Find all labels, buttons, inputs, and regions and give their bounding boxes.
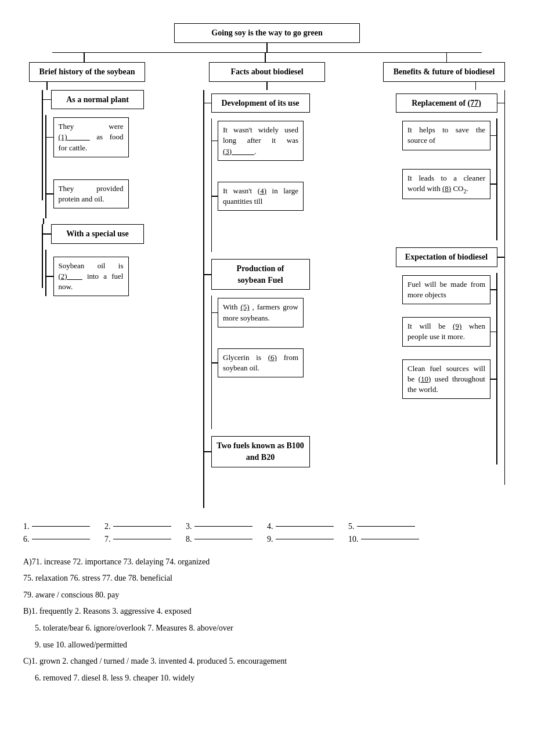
wordbank-section: A)71. increase 72. importance 73. delayi… [17, 555, 517, 686]
mid-sub2-header: Production ofsoybean Fuel [211, 259, 310, 290]
answer-blank-3 [194, 526, 252, 527]
wordbank-row-b1: 5. tolerate/bear 6. ignore/overlook 7. M… [35, 621, 517, 636]
wordbank-row-b2: 9. use 10. allowed/permitted [35, 638, 517, 653]
answer-blank-9 [276, 539, 334, 539]
wordbank-c-row2: 6. removed 7. diesel 8. less 9. cheaper … [35, 674, 194, 682]
mid-header: Facts about biodiesel [209, 62, 325, 82]
wordbank-row-a0: A)71. increase 72. importance 73. delayi… [23, 555, 517, 570]
left-sub1-header: As a normal plant [51, 90, 144, 110]
wordbank-label-c: C) [23, 657, 31, 665]
right-header: Benefits & future of biodiesel [383, 62, 505, 82]
right-column: Benefits & future of biodiesel Replaceme… [366, 62, 505, 485]
diagram: Going soy is the way to go green Brief h… [17, 23, 517, 508]
answer-num-6: 6. [23, 535, 30, 544]
left-sub1-leaf1: They were (1)______ as food for cattle. [53, 117, 129, 157]
answer-num-2: 2. [104, 522, 111, 531]
wordbank-row-c0: C)1. grown 2. changed / turned / made 3.… [23, 654, 517, 669]
right-sub1-header: Replacement of (77) [396, 93, 497, 113]
answer-blank-4 [276, 526, 334, 527]
answer-item-2: 2. [104, 522, 180, 531]
wordbank-b-row3: 9. use 10. allowed/permitted [35, 640, 127, 649]
wordbank-row-c1: 6. removed 7. diesel 8. less 9. cheaper … [35, 671, 517, 686]
answer-num-5: 5. [348, 522, 355, 531]
answer-blank-2 [113, 526, 171, 527]
answer-section: 1. 2. 3. 4. 5. 6. 7. 8. [17, 522, 517, 544]
left-sub1-leaf2: They provided protein and oil. [53, 179, 129, 208]
wordbank-c-row1: 1. grown 2. changed / turned / made 3. i… [31, 657, 287, 665]
answer-num-9: 9. [267, 535, 273, 544]
answer-item-8: 8. [186, 535, 261, 544]
left-sub2-header: With a special use [51, 224, 144, 244]
answer-blank-5 [357, 526, 415, 527]
right-sub1-leaf2: It leads to a cleaner world with (8) CO2… [402, 169, 490, 200]
wordbank-b-row1: 1. frequently 2. Reasons 3. aggressive 4… [31, 607, 192, 615]
wordbank-a-row3: 79. aware / conscious 80. pay [23, 591, 119, 599]
answer-item-10: 10. [348, 535, 424, 544]
mid-sub1-leaf1: It wasn't widely used long after it was … [218, 121, 304, 161]
answer-row-1: 1. 2. 3. 4. 5. [23, 522, 517, 531]
answer-row-2: 6. 7. 8. 9. 10. [23, 535, 517, 544]
mid-column: Facts about biodiesel Development of its… [197, 62, 337, 508]
answer-blank-6 [32, 539, 90, 539]
mid-sub2-leaf2: Glycerin is (6) from soybean oil. [218, 348, 304, 377]
root-box: Going soy is the way to go green [174, 23, 360, 43]
answer-item-6: 6. [23, 535, 99, 544]
mid-sub3-header: Two fuels known as B100 and B20 [211, 436, 310, 467]
wordbank-a-row1: 71. increase 72. importance 73. delaying… [32, 557, 210, 566]
right-sub2-leaf2: It will be (9) when people use it more. [402, 317, 490, 346]
left-column: Brief history of the soybean As a normal… [29, 62, 168, 301]
answer-blank-7 [113, 539, 171, 539]
mid-sub1-header: Development of its use [211, 93, 310, 113]
answer-blank-8 [194, 539, 252, 539]
answer-num-3: 3. [186, 522, 192, 531]
answer-item-1: 1. [23, 522, 99, 531]
right-sub1-leaf1: It helps to save the source of [402, 121, 490, 150]
answer-num-1: 1. [23, 522, 30, 531]
answer-num-7: 7. [104, 535, 111, 544]
answer-num-10: 10. [348, 535, 359, 544]
answer-item-9: 9. [267, 535, 342, 544]
mid-sub2-leaf1: With (5) , farmers grow more soybeans. [218, 298, 304, 327]
left-header: Brief history of the soybean [29, 62, 145, 82]
answer-item-3: 3. [186, 522, 261, 531]
answer-item-5: 5. [348, 522, 424, 531]
answer-item-7: 7. [104, 535, 180, 544]
answer-num-8: 8. [186, 535, 192, 544]
mid-sub1-leaf2: It wasn't (4) in large quantities till [218, 182, 304, 211]
right-sub2-leaf1: Fuel will be made from more objects [402, 275, 490, 304]
left-sub2-leaf1: Soybean oil is (2)____ into a fuel now. [53, 257, 129, 297]
wordbank-row-a2: 79. aware / conscious 80. pay [23, 588, 517, 603]
wordbank-label-a: A) [23, 557, 32, 566]
answer-item-4: 4. [267, 522, 342, 531]
wordbank-row-a1: 75. relaxation 76. stress 77. due 78. be… [23, 571, 517, 586]
wordbank-row-b0: B)1. frequently 2. Reasons 3. aggressive… [23, 604, 517, 620]
wordbank-b-row2: 5. tolerate/bear 6. ignore/overlook 7. M… [35, 624, 233, 632]
answer-blank-10 [361, 539, 419, 539]
wordbank-a-row2: 75. relaxation 76. stress 77. due 78. be… [23, 574, 172, 582]
right-sub2-leaf3: Clean fuel sources will be (10) used thr… [402, 359, 490, 399]
wordbank-label-b: B) [23, 607, 31, 615]
right-sub2-header: Expectation of biodiesel [396, 247, 497, 267]
answer-blank-1 [32, 526, 90, 527]
answer-num-4: 4. [267, 522, 273, 531]
